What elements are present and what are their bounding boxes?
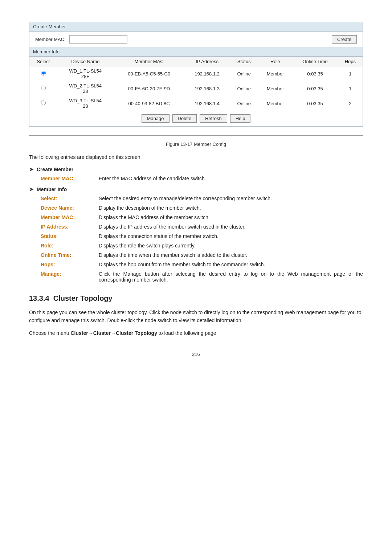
ip-address-cell: 192.168.1.4 (184, 96, 229, 111)
col-online-time: Online Time (292, 57, 338, 66)
member-mac-cell: 00-FA-6C-20-7E-9D (114, 81, 185, 96)
hops-cell: 1 (338, 66, 363, 81)
desc-group: ➤Create MemberMember MAC:Enter the MAC a… (29, 166, 363, 181)
table-header-row: Select Device Name Member MAC IP Address… (29, 57, 363, 66)
arrow-icon: ➤ (29, 186, 34, 193)
desc-item: Member MAC:Enter the MAC address of the … (29, 176, 363, 181)
desc-item-text: Displays the IP address of the member sw… (99, 224, 363, 230)
ip-address-cell: 192.168.1.3 (184, 81, 229, 96)
desc-item-label: Status: (41, 233, 99, 239)
para2-path: Cluster→Cluster→Cluster Topology (70, 330, 157, 336)
section-para2: Choose the menu Cluster→Cluster→Cluster … (29, 329, 363, 337)
refresh-button[interactable]: Refresh (200, 114, 227, 123)
delete-button[interactable]: Delete (172, 114, 197, 123)
desc-item-text: Enter the MAC address of the candidate s… (99, 176, 363, 181)
arrow-icon: ➤ (29, 166, 34, 173)
desc-item-label: Online Time: (41, 252, 99, 258)
member-mac-input[interactable] (69, 35, 127, 44)
desc-item-text: Displays the time when the member switch… (99, 252, 363, 258)
desc-item-label: Member MAC: (41, 214, 99, 220)
select-radio[interactable] (41, 100, 46, 105)
col-role: Role (258, 57, 293, 66)
create-member-header: Create Member (29, 22, 363, 32)
page-number: 216 (29, 352, 363, 357)
select-radio[interactable] (41, 86, 46, 90)
desc-intro: The following entries are displayed on t… (29, 154, 363, 160)
create-member-row: Member MAC: Create (29, 32, 363, 47)
desc-item: Manage:Click the Manage button after sel… (29, 271, 363, 283)
col-hops: Hops (338, 57, 363, 66)
select-cell (29, 81, 57, 96)
status-cell: Online (230, 66, 258, 81)
member-table: Select Device Name Member MAC IP Address… (29, 57, 363, 111)
desc-item-label: Select: (41, 196, 99, 201)
desc-groups: ➤Create MemberMember MAC:Enter the MAC a… (29, 166, 363, 283)
desc-item: IP Address:Displays the IP address of th… (29, 224, 363, 230)
status-cell: Online (230, 96, 258, 111)
device-name-cell: WD_3.TL-SL5428 (57, 96, 114, 111)
desc-item-text: Select the desired entry to manage/delet… (99, 196, 363, 201)
member-mac-cell: 00-EB-A5-C5-55-C0 (114, 66, 185, 81)
online-time-cell: 0:03:35 (292, 81, 338, 96)
member-mac-cell: 00-40-93-82-BD-8C (114, 96, 185, 111)
manage-button[interactable]: Manage (142, 114, 170, 123)
description-section: The following entries are displayed on t… (29, 154, 363, 283)
desc-item-text: Display the description of the member sw… (99, 205, 363, 211)
desc-item: Member MAC:Displays the MAC address of t… (29, 214, 363, 220)
divider (29, 135, 363, 136)
table-row: WD_3.TL-SL542800-40-93-82-BD-8C192.168.1… (29, 96, 363, 111)
member-mac-label: Member MAC: (35, 37, 66, 42)
hops-cell: 2 (338, 96, 363, 111)
online-time-cell: 0:03:35 (292, 96, 338, 111)
col-device-name: Device Name (57, 57, 114, 66)
group-name: Create Member (37, 167, 73, 172)
member-info-header: Member Info (29, 47, 363, 57)
col-member-mac: Member MAC (114, 57, 185, 66)
para2-prefix: Choose the menu (29, 330, 70, 336)
desc-item: Online Time:Displays the time when the m… (29, 252, 363, 258)
desc-item: Select:Select the desired entry to manag… (29, 196, 363, 201)
group-name: Member Info (37, 186, 67, 192)
hops-cell: 1 (338, 81, 363, 96)
desc-item-label: Hops: (41, 262, 99, 267)
desc-item-label: Role: (41, 243, 99, 249)
help-button[interactable]: Help (230, 114, 251, 123)
status-cell: Online (230, 81, 258, 96)
role-cell: Member (258, 96, 293, 111)
desc-item-label: Member MAC: (41, 176, 99, 181)
create-button[interactable]: Create (332, 35, 357, 44)
desc-item: Device Name:Display the description of t… (29, 205, 363, 211)
desc-item-text: Displays the role the switch plays curre… (99, 243, 363, 249)
member-config-panel: Create Member Member MAC: Create Member … (29, 22, 363, 127)
desc-item-text: Displays the MAC address of the member s… (99, 214, 363, 220)
col-status: Status (230, 57, 258, 66)
col-select: Select (29, 57, 57, 66)
device-name-cell: WD_1.TL-SL5428E (57, 66, 114, 81)
para2-suffix: to load the following page. (157, 330, 218, 336)
section-title: 13.3.4 Cluster Topology (29, 294, 363, 303)
desc-group-title: ➤Member Info (29, 186, 363, 193)
desc-item: Hops:Displays the hop count from the mem… (29, 262, 363, 267)
table-row: WD_2.TL-SL542800-FA-6C-20-7E-9D192.168.1… (29, 81, 363, 96)
desc-item-label: Manage: (41, 271, 99, 283)
table-row: WD_1.TL-SL5428E00-EB-A5-C5-55-C0192.168.… (29, 66, 363, 81)
desc-item: Status:Displays the connection status of… (29, 233, 363, 239)
section-para1: On this page you can see the whole clust… (29, 308, 363, 325)
select-radio[interactable] (41, 71, 46, 75)
col-ip-address: IP Address (184, 57, 229, 66)
desc-item-text: Displays the hop count from the member s… (99, 262, 363, 267)
device-name-cell: WD_2.TL-SL5428 (57, 81, 114, 96)
role-cell: Member (258, 66, 293, 81)
role-cell: Member (258, 81, 293, 96)
desc-item-label: IP Address: (41, 224, 99, 230)
desc-item-text: Click the Manage button after selecting … (99, 271, 363, 283)
ip-address-cell: 192.168.1.2 (184, 66, 229, 81)
select-cell (29, 96, 57, 111)
desc-item-label: Device Name: (41, 205, 99, 211)
figure-caption: Figure 13-17 Member Config (29, 141, 363, 147)
desc-item-text: Displays the connection status of the me… (99, 233, 363, 239)
online-time-cell: 0:03:35 (292, 66, 338, 81)
desc-group: ➤Member InfoSelect:Select the desired en… (29, 186, 363, 283)
table-actions: Manage Delete Refresh Help (29, 111, 363, 126)
select-cell (29, 66, 57, 81)
